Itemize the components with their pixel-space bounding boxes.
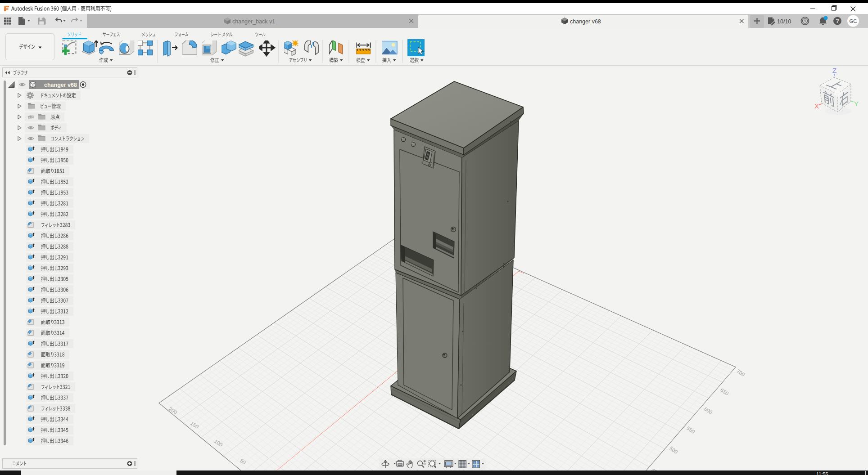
svg-text:changer v68: changer v68	[44, 82, 77, 88]
svg-text:10/10: 10/10	[777, 18, 791, 25]
svg-text:changer v68: changer v68	[570, 18, 601, 25]
svg-text:?: ?	[836, 18, 839, 24]
svg-text:Z: Z	[832, 67, 836, 74]
svg-text:changer_back v1: changer_back v1	[232, 18, 275, 25]
svg-text:X: X	[814, 102, 819, 110]
svg-text:GC: GC	[849, 18, 857, 24]
svg-text:Y: Y	[854, 100, 859, 108]
